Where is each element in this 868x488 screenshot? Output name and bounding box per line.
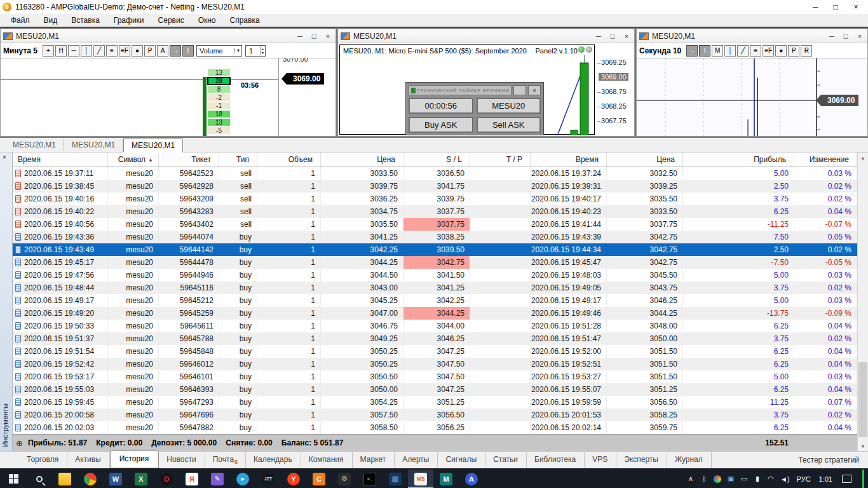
strategy-tester-toggle[interactable]: Тестер стратегий [798, 456, 859, 464]
timer-close-button[interactable]: x [528, 85, 541, 95]
chart-tool-button[interactable]: │ [724, 45, 736, 57]
chart-tool-button[interactable]: R [801, 45, 812, 57]
spinner-arrows-icon[interactable]: ▴▾ [260, 46, 265, 55]
word-icon[interactable]: W [103, 470, 128, 488]
minimize-button[interactable]: ─ [827, 32, 837, 41]
history-row[interactable]: 2020.06.15 19:52:42 mesu20 59646012 buy … [13, 358, 857, 370]
minimize-button[interactable]: ─ [593, 32, 604, 41]
chart-tab[interactable]: MESU20,M1 [123, 139, 183, 152]
chart-tool-button[interactable]: P [788, 45, 799, 57]
expand-plus-icon[interactable]: ⊕ [16, 438, 23, 448]
show-desktop-sliver[interactable] [862, 470, 864, 488]
history-row[interactable]: 2020.06.15 20:02:03 mesu20 59647882 buy … [13, 421, 857, 434]
history-row[interactable]: 2020.06.15 19:49:17 mesu20 59645212 buy … [13, 294, 857, 307]
m-app-icon[interactable]: M [433, 470, 459, 488]
action-center-icon[interactable] [842, 475, 851, 483]
toolbox-tab[interactable]: История [110, 451, 159, 468]
start-button[interactable] [0, 470, 27, 488]
excel-icon[interactable]: X [128, 470, 154, 488]
chart-window-titlebar[interactable]: MESU20,M1 ─ □ × [637, 29, 867, 43]
timer-minimize-button[interactable] [513, 85, 526, 95]
wifi-icon[interactable]: ◠ [767, 475, 775, 483]
chart-tool-button[interactable]: ─ [68, 45, 79, 57]
toolbox-tab[interactable]: Активы [67, 452, 110, 468]
chart-tool-button[interactable]: → [170, 45, 181, 57]
toolbox-tab[interactable]: Журнал [667, 452, 712, 468]
chart-tool-button[interactable]: P [144, 45, 156, 57]
c-app-icon[interactable]: C [306, 470, 332, 488]
history-row[interactable]: 2020.06.15 19:40:22 mesu20 59643283 sell… [13, 205, 857, 218]
maximize-button[interactable]: □ [841, 32, 851, 41]
chrome-icon[interactable] [78, 470, 103, 488]
toolbox-tab[interactable]: Календарь [246, 452, 301, 468]
chart-window-titlebar[interactable]: MESU20,M1 ─ □ × [1, 29, 336, 43]
clock[interactable]: 1:01 [818, 475, 834, 483]
history-row[interactable]: 2020.06.15 19:48:44 mesu20 59645116 buy … [13, 281, 857, 294]
minimize-button[interactable]: ─ [295, 32, 305, 41]
toolbox-tab[interactable]: Компания [301, 452, 353, 468]
language-indicator[interactable]: РУС [796, 475, 812, 483]
menu-item[interactable]: Вставка [64, 15, 107, 26]
history-row[interactable]: 2020.06.15 19:55:03 mesu20 59646393 buy … [13, 383, 857, 396]
settings-gear-icon[interactable]: ⚙ [332, 470, 357, 488]
toolbox-tab[interactable]: Библиотека [527, 452, 585, 468]
toolbox-side-label[interactable]: Инструменты [1, 403, 9, 447]
history-row[interactable]: 2020.06.15 19:51:54 mesu20 59645848 buy … [13, 345, 857, 358]
jzt-app-icon[interactable]: JZT [255, 470, 281, 488]
column-header[interactable]: Объем [257, 152, 321, 166]
display-icon[interactable]: ▭ [740, 475, 748, 483]
chart-tool-button[interactable]: ≡ [750, 45, 761, 57]
toolbox-tab[interactable]: Торговля [19, 452, 67, 468]
toolbox-tab[interactable]: Эксперты [616, 452, 667, 468]
column-header[interactable]: Изменение [794, 152, 857, 166]
scrollbar-thumb[interactable] [858, 362, 867, 437]
history-row[interactable]: 2020.06.15 19:50:33 mesu20 59645611 buy … [13, 320, 857, 332]
yandex-browser-icon[interactable]: Y [281, 470, 306, 488]
chart-tool-button[interactable]: M [712, 45, 723, 57]
toolbox-tab[interactable]: Маркет [353, 452, 395, 468]
period-spinner[interactable]: 1 ▴▾ [245, 45, 266, 57]
column-header[interactable]: Цена [607, 152, 683, 166]
history-row[interactable]: 2020.06.15 19:47:56 mesu20 59644946 buy … [13, 269, 857, 281]
column-header[interactable]: Прибыль [683, 152, 794, 166]
minimize-button[interactable]: ─ [806, 1, 825, 13]
chart-tool-button[interactable]: ≡F [763, 45, 774, 57]
chart-tool-button[interactable]: H [55, 45, 67, 57]
candle-chart-area[interactable]: MESU20, M1: Micro E-mini S&P 500 ($5): S… [338, 43, 634, 136]
menu-item[interactable]: Графики [107, 15, 151, 26]
battery-icon[interactable]: ▮ [754, 475, 761, 483]
play-icon[interactable] [578, 46, 585, 53]
menu-item[interactable]: Сервис [151, 15, 191, 26]
bluetooth-icon[interactable]: ᛒ [700, 475, 708, 483]
tick-chart-area[interactable]: 3069.00 [637, 58, 867, 136]
scroll-down-icon[interactable]: ▼ [858, 441, 868, 451]
vertical-scrollbar[interactable]: ▲ ▼ [857, 152, 868, 451]
toolbox-close-icon[interactable]: × [3, 154, 6, 161]
palette-icon[interactable] [714, 475, 721, 483]
timer-symbol-button[interactable]: MESU20 [477, 98, 541, 114]
chart-tool-button[interactable]: ● [775, 45, 787, 57]
chart-window-titlebar[interactable]: MESU20,M1 ─ □ × [338, 29, 634, 43]
column-header[interactable]: Тикет [159, 152, 219, 166]
toolbox-tab[interactable]: Статьи [485, 452, 527, 468]
toolbox-tab[interactable]: Сигналы [438, 452, 485, 468]
indicator-select[interactable]: Volume ▾ [196, 45, 242, 57]
chart-tool-button[interactable]: A [157, 45, 168, 57]
buy-ask-button[interactable]: Buy ASK [409, 117, 473, 133]
history-row[interactable]: 2020.06.15 19:40:16 mesu20 59643209 sell… [13, 193, 857, 205]
restore-button[interactable]: □ [826, 1, 845, 13]
console-icon[interactable]: >_ [357, 470, 383, 488]
column-header[interactable]: Цена [321, 152, 403, 166]
chart-tool-button[interactable]: ╱ [93, 45, 105, 57]
cluster-chart-area[interactable]: 3070.00 13288-2-11813-5 03:56 3069.00 [1, 58, 336, 136]
toolbox-tab[interactable]: Алерты [395, 452, 438, 468]
history-row[interactable]: 2020.06.15 19:43:49 mesu20 59644142 buy … [13, 243, 857, 256]
column-header[interactable]: Время [13, 152, 108, 166]
metatrader-icon[interactable]: M5 [408, 470, 433, 488]
history-row[interactable]: 2020.06.15 19:43:36 mesu20 59644074 buy … [13, 231, 857, 243]
maximize-button[interactable]: □ [607, 32, 618, 41]
file-explorer-icon[interactable] [52, 470, 78, 488]
chart-tool-button[interactable]: I [699, 45, 710, 57]
chart-tool-button[interactable]: + [43, 45, 54, 57]
toolbox-tab[interactable]: Новости [159, 452, 205, 468]
